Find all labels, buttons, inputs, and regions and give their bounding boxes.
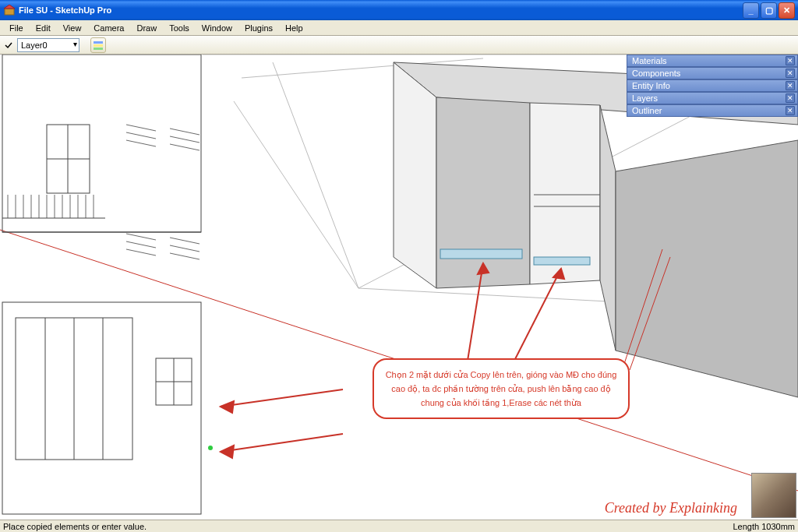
menu-plugins[interactable]: Plugins (238, 22, 279, 34)
panel-close-icon[interactable]: ✕ (786, 106, 795, 115)
svg-rect-4 (94, 48, 103, 50)
svg-rect-6 (2, 302, 201, 514)
panel-label: Outliner (632, 106, 786, 115)
svg-rect-0 (5, 9, 14, 15)
svg-line-34 (170, 129, 200, 135)
panel-close-icon[interactable]: ✕ (786, 56, 795, 65)
svg-line-33 (126, 140, 156, 146)
panel-entity-info[interactable]: Entity Info ✕ (627, 79, 798, 92)
maximize-button[interactable]: ▢ (761, 2, 777, 19)
window-title: File SU - SketchUp Pro (19, 5, 743, 15)
menu-draw[interactable]: Draw (130, 22, 163, 34)
svg-line-31 (126, 125, 156, 131)
panel-components[interactable]: Components ✕ (627, 67, 798, 79)
menu-help[interactable]: Help (279, 22, 309, 34)
layer-visible-check[interactable] (3, 40, 14, 51)
svg-marker-51 (394, 62, 436, 288)
menu-file[interactable]: File (3, 22, 30, 34)
svg-rect-3 (94, 44, 103, 47)
svg-point-60 (208, 446, 213, 450)
svg-line-36 (170, 144, 200, 150)
panel-outliner[interactable]: Outliner ✕ (627, 104, 798, 117)
watermark-text: Created by Explainking (605, 500, 737, 516)
statusbar: Place copied elements or enter value. Le… (0, 520, 798, 532)
svg-rect-2 (94, 41, 103, 44)
panels-stack: Materials ✕ Components ✕ Entity Info ✕ L… (627, 55, 798, 117)
panel-label: Components (632, 69, 786, 78)
layer-select[interactable]: Layer0 (17, 38, 79, 52)
panel-layers[interactable]: Layers ✕ (627, 92, 798, 104)
svg-marker-52 (436, 97, 530, 288)
menu-camera[interactable]: Camera (87, 22, 130, 34)
svg-rect-57 (534, 257, 590, 265)
svg-line-35 (170, 136, 200, 143)
menu-tools[interactable]: Tools (163, 22, 196, 34)
svg-line-32 (126, 132, 156, 139)
status-measure-value: 1030mm (761, 522, 795, 531)
svg-line-47 (273, 62, 358, 288)
panel-materials[interactable]: Materials ✕ (627, 55, 798, 67)
annotation-text: Chọn 2 mặt dưới cửa Copy lên trên, gióng… (386, 370, 617, 407)
svg-marker-1 (4, 5, 15, 9)
svg-line-37 (126, 234, 156, 240)
layer-selected-label: Layer0 (21, 41, 48, 50)
svg-line-38 (126, 241, 156, 248)
svg-line-42 (170, 253, 200, 259)
model-drawing (0, 55, 798, 520)
annotation-callout: Chọn 2 mặt dưới cửa Copy lên trên, gióng… (373, 358, 630, 419)
panel-close-icon[interactable]: ✕ (786, 81, 795, 90)
minimize-button[interactable]: _ (743, 2, 759, 19)
panel-close-icon[interactable]: ✕ (786, 93, 795, 103)
menu-window[interactable]: Window (196, 22, 238, 34)
window-controls: _ ▢ ✕ (743, 2, 795, 19)
panel-label: Layers (632, 93, 786, 103)
svg-line-40 (170, 238, 200, 244)
layer-manager-button[interactable] (90, 37, 106, 53)
author-avatar (751, 473, 796, 518)
svg-line-46 (234, 101, 358, 288)
toolbar: Layer0 (0, 36, 798, 55)
app-icon (3, 4, 16, 16)
panel-label: Materials (632, 56, 786, 65)
svg-line-69 (221, 434, 343, 452)
panel-label: Entity Info (632, 81, 786, 90)
svg-line-39 (126, 249, 156, 255)
svg-marker-55 (616, 140, 798, 397)
window-titlebar: File SU - SketchUp Pro _ ▢ ✕ (0, 0, 798, 20)
panel-close-icon[interactable]: ✕ (786, 69, 795, 78)
svg-marker-70 (221, 446, 234, 458)
svg-rect-14 (2, 55, 201, 232)
menubar: File Edit View Camera Draw Tools Window … (0, 20, 798, 36)
status-hint: Place copied elements or enter value. (3, 522, 733, 531)
svg-marker-68 (221, 401, 234, 413)
close-button[interactable]: ✕ (779, 2, 795, 19)
status-measure-label: Length (733, 522, 759, 531)
svg-rect-56 (440, 249, 522, 259)
menu-view[interactable]: View (57, 22, 88, 34)
svg-line-67 (221, 389, 343, 407)
svg-marker-54 (600, 105, 616, 351)
menu-edit[interactable]: Edit (30, 22, 57, 34)
svg-line-41 (170, 245, 200, 252)
viewport-3d[interactable]: Materials ✕ Components ✕ Entity Info ✕ L… (0, 55, 798, 520)
